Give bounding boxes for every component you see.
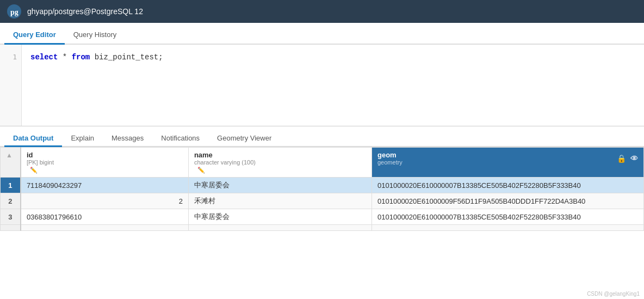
editor-content[interactable]: select * from biz_point_test; xyxy=(22,45,644,126)
data-table-container: ▲ id [PK] bigint ✏️ name character varyi… xyxy=(0,147,644,299)
col-name-name: name xyxy=(194,151,366,159)
geom-header-row: geom geometry 🔒 👁 xyxy=(377,151,638,166)
edit-icon-name[interactable]: ✏️ xyxy=(197,167,205,174)
sort-icon: ▲ xyxy=(6,151,13,159)
col-type-id: [PK] bigint xyxy=(27,159,183,166)
svg-text:pg: pg xyxy=(10,8,18,16)
results-area: Data Output Explain Messages Notificatio… xyxy=(0,126,644,299)
cell-geom-3: 0101000020E610000007B13385CE505B402F5228… xyxy=(372,209,644,225)
tab-notifications[interactable]: Notifications xyxy=(152,131,208,147)
table-header-row: ▲ id [PK] bigint ✏️ name character varyi… xyxy=(1,148,644,178)
table-name: biz_point_test; xyxy=(90,53,163,62)
geom-header-icons: 🔒 👁 xyxy=(617,154,638,163)
table-body: 1 71184090423297 中寒居委会 0101000020E610000… xyxy=(1,178,644,231)
editor-area: 1 select * from biz_point_test; xyxy=(0,45,644,126)
watermark: CSDN @gelangKing1 xyxy=(587,291,640,297)
cell-id-2: 2 xyxy=(21,193,189,209)
pg-icon: pg xyxy=(7,4,22,19)
keyword-from: from xyxy=(72,53,90,62)
table-row[interactable]: 2 2 禾滩村 0101000020E61000009F56D11F9A505B… xyxy=(1,193,644,209)
cell-name-3: 中寒居委会 xyxy=(188,209,371,225)
cell-empty-geom xyxy=(372,225,644,231)
tab-geometry-viewer[interactable]: Geometry Viewer xyxy=(208,131,280,147)
col-name-id: id xyxy=(27,151,183,159)
row-num-1: 1 xyxy=(1,178,21,193)
cell-empty-id xyxy=(21,225,189,231)
eye-icon[interactable]: 👁 xyxy=(630,154,638,163)
keyword-select: select xyxy=(30,53,58,62)
main-tabs-bar: Query Editor Query History xyxy=(0,23,644,45)
tab-data-output[interactable]: Data Output xyxy=(4,131,62,147)
cell-name-1: 中寒居委会 xyxy=(188,178,371,193)
title-bar: pg ghyapp/postgres@PostgreSQL 12 xyxy=(0,0,644,23)
col-header-id[interactable]: id [PK] bigint ✏️ xyxy=(21,148,189,178)
row-num-empty xyxy=(1,225,21,231)
results-tabs-bar: Data Output Explain Messages Notificatio… xyxy=(0,126,644,147)
cell-name-2: 禾滩村 xyxy=(188,193,371,209)
table-row-empty xyxy=(1,225,644,231)
title-bar-text: ghyapp/postgres@PostgreSQL 12 xyxy=(27,7,143,16)
table-row[interactable]: 3 03683801796610 中寒居委会 0101000020E610000… xyxy=(1,209,644,225)
cell-geom-1: 0101000020E610000007B13385CE505B402F5228… xyxy=(372,178,644,193)
data-table: ▲ id [PK] bigint ✏️ name character varyi… xyxy=(0,147,644,231)
table-row[interactable]: 1 71184090423297 中寒居委会 0101000020E610000… xyxy=(1,178,644,193)
col-header-name[interactable]: name character varying (100) ✏️ xyxy=(188,148,371,178)
line-numbers: 1 xyxy=(0,45,22,126)
sort-header-cell: ▲ xyxy=(1,148,21,178)
row-num-2: 2 xyxy=(1,193,21,209)
tab-query-history[interactable]: Query History xyxy=(65,26,125,45)
star-operator: * xyxy=(58,53,71,62)
col-type-geom: geometry xyxy=(377,159,403,166)
tab-explain[interactable]: Explain xyxy=(62,131,103,147)
cell-id-1: 71184090423297 xyxy=(21,178,189,193)
line-number-1: 1 xyxy=(0,51,21,63)
cell-geom-2: 0101000020E61000009F56D11F9A505B40DDD1FF… xyxy=(372,193,644,209)
edit-icon-id[interactable]: ✏️ xyxy=(30,167,38,174)
tab-messages[interactable]: Messages xyxy=(103,131,152,147)
cell-id-3: 03683801796610 xyxy=(21,209,189,225)
col-header-geom[interactable]: geom geometry 🔒 👁 xyxy=(372,148,644,178)
tab-query-editor[interactable]: Query Editor xyxy=(4,26,65,45)
geom-col-info: geom geometry xyxy=(377,151,403,166)
col-type-name: character varying (100) xyxy=(194,159,366,166)
lock-icon[interactable]: 🔒 xyxy=(617,154,626,163)
cell-empty-name xyxy=(188,225,371,231)
row-num-3: 3 xyxy=(1,209,21,225)
col-name-geom: geom xyxy=(377,151,403,159)
